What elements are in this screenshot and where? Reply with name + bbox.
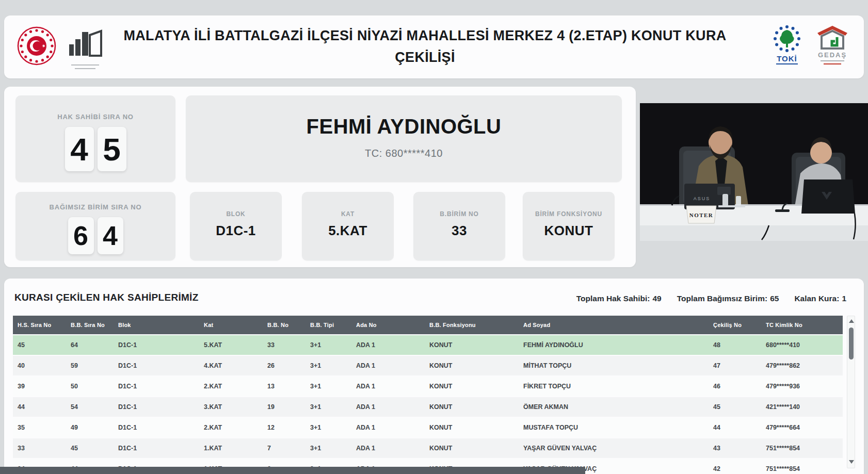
column-header: Blok [114,322,199,328]
table-cell: 479*****936 [761,383,843,390]
column-header: B.B. No [263,322,306,328]
gedas-logo-icon: GEDAŞ [816,25,848,64]
table-cell: FEHMİ AYDINOĞLU [519,341,709,349]
birim-fonksiyonu-value: KONUT [523,223,615,239]
birim-no-card: B.BİRİM NO 33 [413,192,505,260]
bagimsiz-birim-sira-no-card: BAĞIMSIZ BİRİM SIRA NO 64 [15,192,175,260]
digit-box: 6 [68,217,94,254]
results-table-body: 4564D1C-15.KAT333+1ADA 1KONUTFEHMİ AYDIN… [13,335,843,474]
table-cell: 45 [709,403,761,411]
table-cell: D1C-1 [114,383,199,390]
birim-no-label: B.BİRİM NO [413,210,505,218]
table-cell: ÖMER AKMAN [519,403,709,411]
hak-sahibi-sira-no-card: HAK SAHİBİ SIRA NO 45 [15,95,175,182]
table-cell: 12 [263,424,306,431]
table-cell: 59 [66,362,114,369]
table-cell: KONUT [425,341,519,349]
table-cell: YAŞAR GÜVEN YALVAÇ [519,445,709,452]
column-header: H.S. Sıra No [13,322,66,328]
gedas-sub-line [821,60,844,61]
table-cell: FİKRET TOPÇU [519,383,709,390]
bottom-bar [0,467,585,474]
table-cell: 3+1 [306,424,351,431]
table-cell: 3.KAT [199,403,263,411]
birim-fonksiyonu-card: BİRİM FONKSİYONU KONUT [523,192,615,260]
table-cell: 33 [13,445,66,452]
kat-value: 5.KAT [302,223,394,239]
summary-total-owners: Toplam Hak Sahibi:49 [576,294,662,303]
table-cell: 7 [263,445,306,452]
winner-name: FEHMİ AYDINOĞLU [186,115,622,138]
table-cell: 2.KAT [199,383,263,390]
table-cell: 680*****410 [761,341,843,349]
table-cell: KONUT [425,403,519,411]
table-cell: ADA 1 [351,403,425,411]
table-cell: ADA 1 [351,383,425,390]
table-cell: 2.KAT [199,424,263,431]
table-cell: 54 [66,403,114,411]
table-cell: 64 [66,341,114,349]
summary-total-units: Toplam Bağımsız Birim:65 [677,294,779,303]
table-cell: KONUT [425,445,519,452]
table-cell: KONUT [425,424,519,431]
birim-fonksiyonu-label: BİRİM FONKSİYONU [523,210,615,218]
table-cell: 45 [13,341,66,349]
table-cell: MİTHAT TOPÇU [519,362,709,369]
scrollbar-up-arrow-icon[interactable] [849,319,854,323]
scrollbar-down-arrow-icon[interactable] [849,460,854,464]
table-cell: 49 [66,424,114,431]
header-panel: MALATYA İLİ BATTALGAZİ İLÇESİ NİYAZİ MAH… [4,15,864,78]
table-cell: 479*****664 [761,424,843,431]
column-header: Ad Soyad [519,322,709,328]
scrollbar-thumb[interactable] [849,328,854,359]
bagimsiz-birim-label: BAĞIMSIZ BİRİM SIRA NO [15,203,175,211]
table-cell: ADA 1 [351,362,425,369]
digit-box: 4 [98,217,123,254]
table-cell: 47 [709,362,761,369]
table-cell: 751*****854 [761,445,843,452]
noter-sign-text: NOTER [689,212,714,218]
table-cell: 479*****862 [761,362,843,369]
notary-video-feed: ASUS NOTER [640,103,868,241]
table-cell: 45 [66,445,114,452]
table-cell: D1C-1 [114,341,199,349]
table-cell: 4.KAT [199,362,263,369]
table-cell: KONUT [425,362,519,369]
table-cell: 19 [263,403,306,411]
table-cell: 13 [263,383,306,390]
summary-remaining-draws: Kalan Kura:1 [794,294,846,303]
gedas-sub-line-red [824,63,841,64]
winner-name-card: FEHMİ AYDINOĞLU TC: 680*****410 [186,95,622,182]
column-header: B.B. Fonksiyonu [425,322,519,328]
table-cell: D1C-1 [114,403,199,411]
table-cell: MUSTAFA TOPÇU [519,424,709,431]
results-table: H.S. Sıra NoB.B. Sıra NoBlokKatB.B. NoB.… [13,316,843,474]
hak-sahibi-label: HAK SAHİBİ SIRA NO [15,113,175,121]
table-row: 4059D1C-14.KAT263+1ADA 1KONUTMİTHAT TOPÇ… [13,356,843,375]
laptop-right [801,179,855,214]
table-cell: 421*****140 [761,403,843,411]
column-header: B.B. Tipi [306,322,351,328]
table-scrollbar[interactable] [847,316,855,468]
hak-sahibi-digits: 45 [15,127,175,171]
gedas-logo-text: GEDAŞ [818,51,847,59]
table-row: 4454D1C-13.KAT193+1ADA 1KONUTÖMER AKMAN4… [13,397,843,417]
table-cell: ADA 1 [351,341,425,349]
column-header: Kat [199,322,263,328]
table-cell: 39 [13,383,66,390]
tc-government-emblem-icon [17,26,57,68]
column-header: Ada No [351,322,425,328]
table-cell: D1C-1 [114,424,199,431]
toki-logo-icon: TOKİ [773,25,801,64]
digit-box: 5 [98,127,126,171]
table-cell: D1C-1 [114,362,199,369]
table-cell: 48 [709,341,761,349]
table-cell: ADA 1 [351,445,425,452]
results-summary: Toplam Hak Sahibi:49 Toplam Bağımsız Bir… [576,294,846,303]
table-cell: 3+1 [306,383,351,390]
noter-sign: NOTER [686,206,716,223]
results-panel: KURASI ÇEKİLEN HAK SAHİPLERİMİZ Toplam H… [4,279,864,474]
results-table-header: H.S. Sıra NoB.B. Sıra NoBlokKatB.B. NoB.… [13,316,843,334]
table-cell: 40 [13,362,66,369]
table-row: 3549D1C-12.KAT123+1ADA 1KONUTMUSTAFA TOP… [13,418,843,437]
